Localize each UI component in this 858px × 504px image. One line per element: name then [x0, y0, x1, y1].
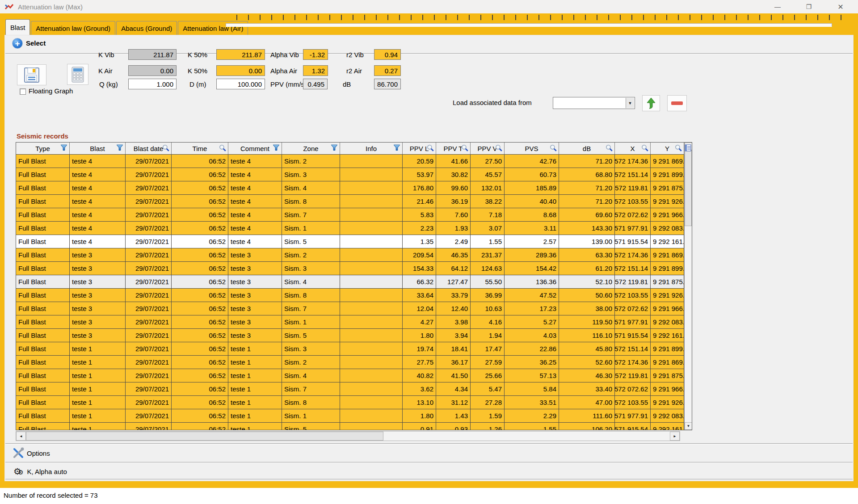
remove-association-button[interactable] [667, 95, 687, 111]
column-header-comment[interactable]: Comment [228, 143, 282, 154]
table-row[interactable]: Full Blastteste 129/07/202106:52teste 1S… [16, 342, 684, 356]
column-header-time[interactable]: Time [172, 143, 228, 154]
select-plus-icon[interactable]: + [12, 38, 23, 49]
column-header-type[interactable]: Type [16, 143, 70, 154]
search-icon[interactable] [461, 144, 469, 152]
k-vib-field[interactable] [128, 49, 177, 60]
table-row[interactable]: Full Blastteste 329/07/202106:52teste 3S… [16, 262, 684, 275]
k50-air-field[interactable] [216, 65, 265, 76]
column-header-ppv-v[interactable]: PPV V [471, 143, 505, 154]
search-icon[interactable] [219, 144, 227, 152]
table-row[interactable]: Full Blastteste 129/07/202106:52teste 1S… [16, 356, 684, 369]
maximize-button[interactable]: ❐ [799, 0, 819, 13]
table-row[interactable]: Full Blastteste 429/07/202106:52teste 4S… [16, 222, 684, 235]
horizontal-scrollbar[interactable]: ◄ ► [16, 431, 680, 441]
column-header-ppv-l[interactable]: PPV L [403, 143, 436, 154]
cell-time: 06:52 [172, 302, 228, 315]
cell-blast: teste 3 [70, 329, 126, 342]
filter-icon[interactable] [116, 144, 124, 152]
d-field[interactable] [216, 79, 265, 89]
scroll-left-button[interactable]: ◄ [16, 432, 26, 441]
options-bar[interactable]: Options [5, 444, 853, 462]
table-row[interactable]: Full Blastteste 429/07/202106:52teste 4S… [16, 155, 684, 168]
tab-attenuation-law-ground-[interactable]: Attenuation law (Ground) [31, 21, 115, 35]
k-air-field[interactable] [128, 65, 177, 76]
dropdown-arrow-icon[interactable]: ▼ [626, 98, 634, 108]
vertical-scrollbar[interactable]: ▲ ▼ [684, 143, 692, 430]
table-row[interactable]: Full Blastteste 129/07/202106:52teste 1S… [16, 382, 684, 396]
tab-blast[interactable]: Blast [5, 19, 30, 35]
table-row[interactable]: Full Blastteste 129/07/202106:52teste 1S… [16, 396, 684, 409]
r2-vib-field[interactable] [374, 49, 401, 60]
filter-icon[interactable] [331, 144, 339, 152]
column-header-blast-date[interactable]: Blast date [126, 143, 172, 154]
search-icon[interactable] [495, 144, 503, 152]
table-row[interactable]: Full Blastteste 429/07/202106:52teste 4S… [16, 195, 684, 208]
horizontal-scroll-thumb[interactable] [26, 432, 383, 441]
column-header-zone[interactable]: Zone [282, 143, 340, 154]
table-row[interactable]: Full Blastteste 129/07/202106:52teste 1S… [16, 423, 684, 430]
alpha-air-field[interactable] [303, 65, 328, 76]
table-row[interactable]: Full Blastteste 129/07/202106:52teste 1S… [16, 409, 684, 423]
column-header-blast[interactable]: Blast [70, 143, 126, 154]
table-row[interactable]: Full Blastteste 429/07/202106:52teste 4S… [16, 208, 684, 222]
vertical-scroll-thumb[interactable] [685, 150, 692, 226]
load-data-button[interactable] [642, 95, 660, 111]
search-icon[interactable] [606, 144, 614, 152]
tab-abacus-ground-[interactable]: Abacus (Ground) [116, 21, 177, 35]
minimize-button[interactable]: — [767, 0, 788, 13]
search-icon[interactable] [550, 144, 558, 152]
r2-air-field[interactable] [374, 65, 401, 76]
title-bar: Attenuation law (Max) — ❐ ✕ [0, 0, 858, 13]
scroll-right-button[interactable]: ► [670, 432, 680, 441]
cell-info [340, 396, 403, 409]
cell-y: 9 291 966... [651, 302, 684, 315]
table-row[interactable]: Full Blastteste 329/07/202106:52teste 3S… [16, 275, 684, 289]
cell-comment: teste 3 [228, 262, 282, 275]
cell-blast: teste 4 [70, 195, 126, 208]
k50-vib-field[interactable] [216, 49, 265, 60]
search-icon[interactable] [641, 144, 649, 152]
column-header-y[interactable]: Y [651, 143, 684, 154]
column-picker-icon[interactable] [685, 144, 691, 151]
save-button[interactable] [17, 64, 46, 85]
cell-type: Full Blast [16, 248, 70, 262]
cell-time: 06:52 [172, 315, 228, 329]
cell-db: 143.30 [559, 222, 615, 235]
cell-x: 572 119.81 [615, 181, 651, 195]
table-row[interactable]: Full Blastteste 429/07/202106:52teste 4S… [16, 235, 684, 248]
table-row[interactable]: Full Blastteste 329/07/202106:52teste 3S… [16, 289, 684, 302]
column-header-label: Zone [303, 145, 318, 152]
k-alpha-auto-bar[interactable]: ⚙⚙ K, Alpha auto [5, 463, 853, 480]
column-header-pvs[interactable]: PVS [505, 143, 559, 154]
column-header-x[interactable]: X [615, 143, 651, 154]
column-header-info[interactable]: Info [340, 143, 403, 154]
table-row[interactable]: Full Blastteste 329/07/202106:52teste 3S… [16, 302, 684, 315]
filter-icon[interactable] [273, 144, 281, 152]
table-row[interactable]: Full Blastteste 329/07/202106:52teste 3S… [16, 329, 684, 342]
column-header-db[interactable]: dB [559, 143, 615, 154]
floating-graph-checkbox[interactable] [20, 88, 26, 95]
scroll-down-button[interactable]: ▼ [685, 422, 692, 430]
splitter-groove[interactable] [226, 23, 832, 27]
calculator-button[interactable] [67, 64, 88, 85]
column-header-ppv-t[interactable]: PPV T [436, 143, 471, 154]
search-icon[interactable] [427, 144, 435, 152]
db-field[interactable] [374, 79, 401, 89]
table-row[interactable]: Full Blastteste 429/07/202106:52teste 4S… [16, 181, 684, 195]
alpha-vib-field[interactable] [303, 49, 328, 60]
search-icon[interactable] [162, 144, 170, 152]
table-row[interactable]: Full Blastteste 329/07/202106:52teste 3S… [16, 248, 684, 262]
load-source-dropdown[interactable]: ▼ [553, 97, 635, 109]
ppv-field[interactable] [303, 79, 328, 89]
table-row[interactable]: Full Blastteste 429/07/202106:52teste 4S… [16, 168, 684, 181]
filter-icon[interactable] [393, 144, 401, 152]
filter-icon[interactable] [60, 144, 68, 152]
cell-ppv-v: 4.16 [471, 315, 505, 329]
table-row[interactable]: Full Blastteste 329/07/202106:52teste 3S… [16, 315, 684, 329]
column-header-label: Type [35, 145, 50, 152]
table-row[interactable]: Full Blastteste 129/07/202106:52teste 1S… [16, 369, 684, 382]
q-field[interactable] [128, 79, 177, 89]
close-button[interactable]: ✕ [830, 0, 851, 13]
search-icon[interactable] [675, 144, 683, 152]
